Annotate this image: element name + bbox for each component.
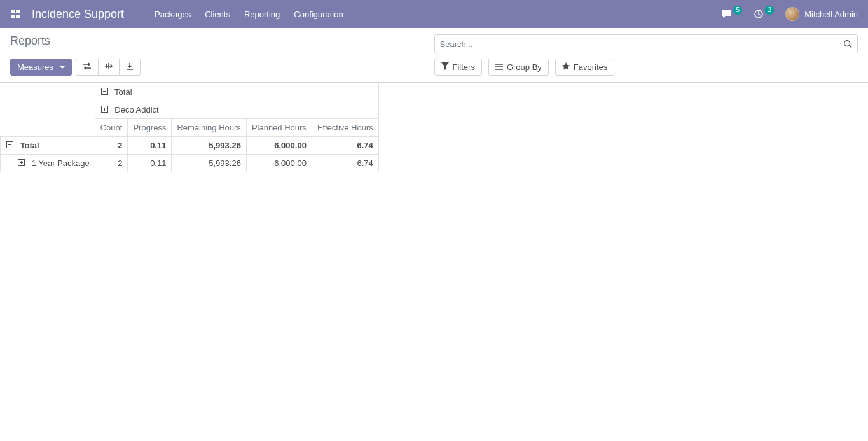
groupby-label: Group By bbox=[507, 62, 542, 72]
messages-badge: 5 bbox=[733, 6, 742, 15]
col-header-group[interactable]: Deco Addict bbox=[95, 101, 378, 119]
col-header-total[interactable]: Total bbox=[95, 83, 378, 101]
expand-all-button[interactable] bbox=[98, 59, 120, 76]
measures-label: Measures bbox=[17, 62, 53, 72]
cell-total-count: 2 bbox=[95, 137, 128, 155]
nav-reporting[interactable]: Reporting bbox=[244, 10, 280, 19]
list-icon bbox=[495, 62, 503, 72]
avatar bbox=[785, 7, 799, 21]
plus-icon[interactable] bbox=[100, 105, 109, 113]
favorites-button[interactable]: Favorites bbox=[555, 59, 614, 76]
user-name: Mitchell Admin bbox=[804, 10, 858, 19]
measure-header-planned[interactable]: Planned Hours bbox=[246, 119, 312, 137]
search-input[interactable] bbox=[440, 39, 844, 49]
measure-header-remaining[interactable]: Remaining Hours bbox=[172, 119, 246, 137]
cell-total-planned: 6,000.00 bbox=[246, 137, 312, 155]
nav-packages[interactable]: Packages bbox=[155, 10, 191, 19]
svg-rect-0 bbox=[11, 10, 15, 13]
svg-rect-3 bbox=[16, 15, 20, 18]
cell-r1-effective: 6.74 bbox=[312, 155, 378, 172]
navbar-left: Incidence Support Packages Clients Repor… bbox=[10, 8, 343, 21]
row-total: Total 2 0.11 5,993.26 6,000.00 6.74 bbox=[1, 137, 379, 155]
filter-icon bbox=[441, 62, 449, 72]
user-menu[interactable]: Mitchell Admin bbox=[785, 7, 858, 21]
cell-total-effective: 6.74 bbox=[312, 137, 378, 155]
svg-rect-2 bbox=[11, 15, 15, 18]
groupby-button[interactable]: Group By bbox=[488, 59, 549, 76]
activities-icon[interactable]: 2 bbox=[754, 9, 774, 19]
search-icon[interactable] bbox=[843, 39, 852, 48]
exchange-icon bbox=[83, 62, 92, 72]
col-total-label: Total bbox=[114, 87, 132, 97]
search-bar[interactable] bbox=[434, 34, 858, 53]
activities-badge: 2 bbox=[765, 6, 774, 15]
cell-total-progress: 0.11 bbox=[128, 137, 172, 155]
measure-header-progress[interactable]: Progress bbox=[128, 119, 172, 137]
measure-header-count[interactable]: Count bbox=[95, 119, 128, 137]
star-icon bbox=[562, 62, 570, 72]
control-panel: Reports Measures bbox=[0, 28, 868, 83]
nav-clients[interactable]: Clients bbox=[205, 10, 230, 19]
flip-axis-button[interactable] bbox=[76, 59, 99, 76]
pivot-corner bbox=[1, 83, 95, 137]
download-xlsx-button[interactable] bbox=[119, 59, 141, 76]
minus-icon[interactable] bbox=[6, 141, 14, 149]
navbar-right: 5 2 Mitchell Admin bbox=[722, 7, 858, 21]
filters-button[interactable]: Filters bbox=[434, 59, 482, 76]
cell-total-remaining: 5,993.26 bbox=[172, 137, 246, 155]
measures-button[interactable]: Measures bbox=[10, 59, 72, 76]
plus-icon[interactable] bbox=[17, 158, 25, 167]
apps-icon[interactable] bbox=[10, 9, 20, 19]
minus-icon[interactable] bbox=[100, 87, 109, 95]
nav-menu: Packages Clients Reporting Configuration bbox=[155, 10, 343, 19]
expand-icon bbox=[105, 62, 113, 72]
chevron-down-icon bbox=[60, 66, 65, 69]
pivot-actions bbox=[76, 59, 141, 76]
download-icon bbox=[126, 62, 134, 72]
cell-r1-progress: 0.11 bbox=[128, 155, 172, 172]
row-total-label: Total bbox=[20, 141, 39, 150]
nav-configuration[interactable]: Configuration bbox=[294, 10, 343, 19]
pivot-table-area: Total Deco Addict Count Progress Remaini… bbox=[0, 83, 868, 172]
filters-label: Filters bbox=[453, 62, 475, 72]
cell-r1-count: 2 bbox=[95, 155, 128, 172]
col-group-label: Deco Addict bbox=[114, 105, 158, 115]
row-total-header[interactable]: Total bbox=[1, 137, 95, 155]
pivot-table: Total Deco Addict Count Progress Remaini… bbox=[0, 83, 379, 172]
row-package-label: 1 Year Package bbox=[32, 158, 90, 168]
row-package-header[interactable]: 1 Year Package bbox=[1, 155, 95, 172]
navbar: Incidence Support Packages Clients Repor… bbox=[0, 0, 868, 28]
row-package: 1 Year Package 2 0.11 5,993.26 6,000.00 … bbox=[1, 155, 379, 172]
breadcrumb: Reports bbox=[10, 34, 50, 48]
favorites-label: Favorites bbox=[574, 62, 607, 72]
svg-point-5 bbox=[844, 41, 850, 46]
app-title[interactable]: Incidence Support bbox=[32, 8, 124, 21]
messaging-icon[interactable]: 5 bbox=[722, 9, 742, 19]
svg-rect-1 bbox=[16, 10, 20, 13]
measure-header-effective[interactable]: Effective Hours bbox=[312, 119, 378, 137]
cell-r1-planned: 6,000.00 bbox=[246, 155, 312, 172]
cell-r1-remaining: 5,993.26 bbox=[172, 155, 246, 172]
